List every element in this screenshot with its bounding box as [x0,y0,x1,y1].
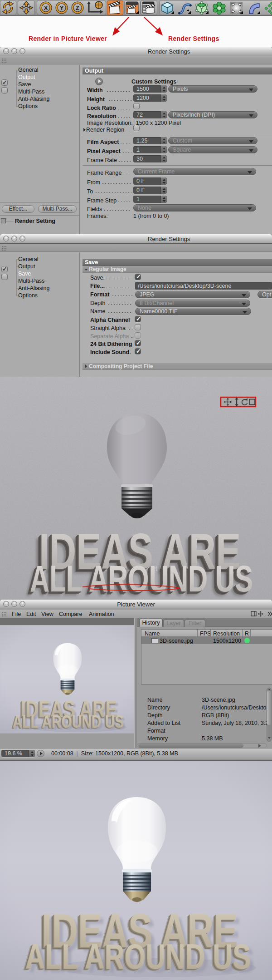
svg-text:Z: Z [76,5,79,11]
svg-text:Y: Y [60,5,64,11]
svg-text:X: X [44,5,48,11]
svg-text:ALL AROUND US: ALL AROUND US [30,558,253,599]
